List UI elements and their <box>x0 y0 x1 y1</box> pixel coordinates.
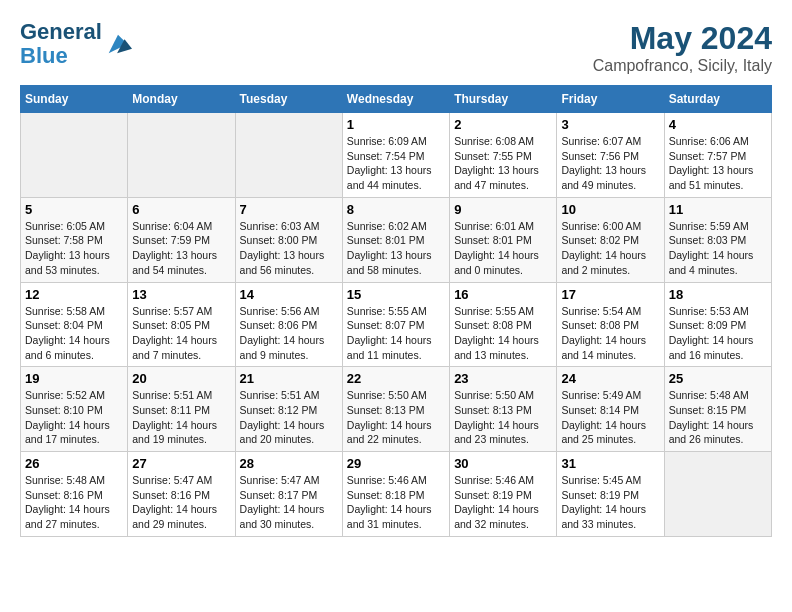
logo: GeneralBlue <box>20 20 132 68</box>
calendar-cell: 17Sunrise: 5:54 AM Sunset: 8:08 PM Dayli… <box>557 282 664 367</box>
calendar-cell: 4Sunrise: 6:06 AM Sunset: 7:57 PM Daylig… <box>664 113 771 198</box>
calendar-cell: 25Sunrise: 5:48 AM Sunset: 8:15 PM Dayli… <box>664 367 771 452</box>
day-info: Sunrise: 5:48 AM Sunset: 8:16 PM Dayligh… <box>25 473 123 532</box>
day-number: 6 <box>132 202 230 217</box>
day-info: Sunrise: 6:01 AM Sunset: 8:01 PM Dayligh… <box>454 219 552 278</box>
day-number: 30 <box>454 456 552 471</box>
day-number: 31 <box>561 456 659 471</box>
day-number: 2 <box>454 117 552 132</box>
day-number: 19 <box>25 371 123 386</box>
main-title: May 2024 <box>593 20 772 57</box>
calendar-cell: 31Sunrise: 5:45 AM Sunset: 8:19 PM Dayli… <box>557 452 664 537</box>
calendar-cell: 21Sunrise: 5:51 AM Sunset: 8:12 PM Dayli… <box>235 367 342 452</box>
day-number: 29 <box>347 456 445 471</box>
day-number: 23 <box>454 371 552 386</box>
calendar-cell: 29Sunrise: 5:46 AM Sunset: 8:18 PM Dayli… <box>342 452 449 537</box>
weekday-header-wednesday: Wednesday <box>342 86 449 113</box>
week-row-3: 12Sunrise: 5:58 AM Sunset: 8:04 PM Dayli… <box>21 282 772 367</box>
day-number: 10 <box>561 202 659 217</box>
calendar-cell: 3Sunrise: 6:07 AM Sunset: 7:56 PM Daylig… <box>557 113 664 198</box>
calendar-cell <box>235 113 342 198</box>
calendar-cell: 8Sunrise: 6:02 AM Sunset: 8:01 PM Daylig… <box>342 197 449 282</box>
week-row-4: 19Sunrise: 5:52 AM Sunset: 8:10 PM Dayli… <box>21 367 772 452</box>
day-number: 20 <box>132 371 230 386</box>
calendar-cell: 24Sunrise: 5:49 AM Sunset: 8:14 PM Dayli… <box>557 367 664 452</box>
calendar-cell: 11Sunrise: 5:59 AM Sunset: 8:03 PM Dayli… <box>664 197 771 282</box>
calendar-cell: 6Sunrise: 6:04 AM Sunset: 7:59 PM Daylig… <box>128 197 235 282</box>
calendar-cell: 23Sunrise: 5:50 AM Sunset: 8:13 PM Dayli… <box>450 367 557 452</box>
day-info: Sunrise: 6:05 AM Sunset: 7:58 PM Dayligh… <box>25 219 123 278</box>
day-number: 17 <box>561 287 659 302</box>
logo-text: GeneralBlue <box>20 20 102 68</box>
day-info: Sunrise: 5:56 AM Sunset: 8:06 PM Dayligh… <box>240 304 338 363</box>
day-info: Sunrise: 5:55 AM Sunset: 8:07 PM Dayligh… <box>347 304 445 363</box>
day-info: Sunrise: 5:46 AM Sunset: 8:18 PM Dayligh… <box>347 473 445 532</box>
day-number: 9 <box>454 202 552 217</box>
day-number: 3 <box>561 117 659 132</box>
day-info: Sunrise: 5:55 AM Sunset: 8:08 PM Dayligh… <box>454 304 552 363</box>
calendar-cell: 27Sunrise: 5:47 AM Sunset: 8:16 PM Dayli… <box>128 452 235 537</box>
day-info: Sunrise: 5:59 AM Sunset: 8:03 PM Dayligh… <box>669 219 767 278</box>
day-info: Sunrise: 6:00 AM Sunset: 8:02 PM Dayligh… <box>561 219 659 278</box>
calendar-cell: 15Sunrise: 5:55 AM Sunset: 8:07 PM Dayli… <box>342 282 449 367</box>
weekday-header-saturday: Saturday <box>664 86 771 113</box>
day-number: 16 <box>454 287 552 302</box>
calendar-cell: 30Sunrise: 5:46 AM Sunset: 8:19 PM Dayli… <box>450 452 557 537</box>
day-number: 25 <box>669 371 767 386</box>
day-info: Sunrise: 6:09 AM Sunset: 7:54 PM Dayligh… <box>347 134 445 193</box>
calendar-cell: 28Sunrise: 5:47 AM Sunset: 8:17 PM Dayli… <box>235 452 342 537</box>
weekday-header-monday: Monday <box>128 86 235 113</box>
day-number: 27 <box>132 456 230 471</box>
calendar-cell <box>21 113 128 198</box>
calendar-cell: 18Sunrise: 5:53 AM Sunset: 8:09 PM Dayli… <box>664 282 771 367</box>
calendar-cell: 22Sunrise: 5:50 AM Sunset: 8:13 PM Dayli… <box>342 367 449 452</box>
calendar-cell: 14Sunrise: 5:56 AM Sunset: 8:06 PM Dayli… <box>235 282 342 367</box>
day-info: Sunrise: 5:47 AM Sunset: 8:17 PM Dayligh… <box>240 473 338 532</box>
day-info: Sunrise: 5:50 AM Sunset: 8:13 PM Dayligh… <box>347 388 445 447</box>
day-info: Sunrise: 5:50 AM Sunset: 8:13 PM Dayligh… <box>454 388 552 447</box>
calendar-cell: 7Sunrise: 6:03 AM Sunset: 8:00 PM Daylig… <box>235 197 342 282</box>
weekday-header-tuesday: Tuesday <box>235 86 342 113</box>
calendar-cell: 13Sunrise: 5:57 AM Sunset: 8:05 PM Dayli… <box>128 282 235 367</box>
weekday-header-row: SundayMondayTuesdayWednesdayThursdayFrid… <box>21 86 772 113</box>
day-number: 12 <box>25 287 123 302</box>
day-info: Sunrise: 6:03 AM Sunset: 8:00 PM Dayligh… <box>240 219 338 278</box>
calendar-cell: 1Sunrise: 6:09 AM Sunset: 7:54 PM Daylig… <box>342 113 449 198</box>
calendar-cell: 10Sunrise: 6:00 AM Sunset: 8:02 PM Dayli… <box>557 197 664 282</box>
day-number: 14 <box>240 287 338 302</box>
day-number: 18 <box>669 287 767 302</box>
day-info: Sunrise: 5:54 AM Sunset: 8:08 PM Dayligh… <box>561 304 659 363</box>
day-info: Sunrise: 5:51 AM Sunset: 8:11 PM Dayligh… <box>132 388 230 447</box>
day-info: Sunrise: 5:52 AM Sunset: 8:10 PM Dayligh… <box>25 388 123 447</box>
day-number: 11 <box>669 202 767 217</box>
calendar-cell: 19Sunrise: 5:52 AM Sunset: 8:10 PM Dayli… <box>21 367 128 452</box>
weekday-header-thursday: Thursday <box>450 86 557 113</box>
day-info: Sunrise: 6:07 AM Sunset: 7:56 PM Dayligh… <box>561 134 659 193</box>
day-info: Sunrise: 5:57 AM Sunset: 8:05 PM Dayligh… <box>132 304 230 363</box>
day-info: Sunrise: 6:02 AM Sunset: 8:01 PM Dayligh… <box>347 219 445 278</box>
day-info: Sunrise: 6:04 AM Sunset: 7:59 PM Dayligh… <box>132 219 230 278</box>
calendar-cell <box>664 452 771 537</box>
calendar-cell: 20Sunrise: 5:51 AM Sunset: 8:11 PM Dayli… <box>128 367 235 452</box>
day-info: Sunrise: 5:48 AM Sunset: 8:15 PM Dayligh… <box>669 388 767 447</box>
calendar-cell: 5Sunrise: 6:05 AM Sunset: 7:58 PM Daylig… <box>21 197 128 282</box>
day-number: 4 <box>669 117 767 132</box>
day-info: Sunrise: 5:49 AM Sunset: 8:14 PM Dayligh… <box>561 388 659 447</box>
calendar-cell: 2Sunrise: 6:08 AM Sunset: 7:55 PM Daylig… <box>450 113 557 198</box>
day-number: 26 <box>25 456 123 471</box>
calendar-cell: 16Sunrise: 5:55 AM Sunset: 8:08 PM Dayli… <box>450 282 557 367</box>
day-number: 22 <box>347 371 445 386</box>
week-row-1: 1Sunrise: 6:09 AM Sunset: 7:54 PM Daylig… <box>21 113 772 198</box>
day-info: Sunrise: 6:06 AM Sunset: 7:57 PM Dayligh… <box>669 134 767 193</box>
week-row-2: 5Sunrise: 6:05 AM Sunset: 7:58 PM Daylig… <box>21 197 772 282</box>
day-number: 13 <box>132 287 230 302</box>
day-info: Sunrise: 5:45 AM Sunset: 8:19 PM Dayligh… <box>561 473 659 532</box>
day-info: Sunrise: 5:46 AM Sunset: 8:19 PM Dayligh… <box>454 473 552 532</box>
day-info: Sunrise: 5:58 AM Sunset: 8:04 PM Dayligh… <box>25 304 123 363</box>
day-info: Sunrise: 5:47 AM Sunset: 8:16 PM Dayligh… <box>132 473 230 532</box>
day-number: 8 <box>347 202 445 217</box>
week-row-5: 26Sunrise: 5:48 AM Sunset: 8:16 PM Dayli… <box>21 452 772 537</box>
day-info: Sunrise: 5:53 AM Sunset: 8:09 PM Dayligh… <box>669 304 767 363</box>
day-number: 1 <box>347 117 445 132</box>
logo-icon <box>104 30 132 58</box>
